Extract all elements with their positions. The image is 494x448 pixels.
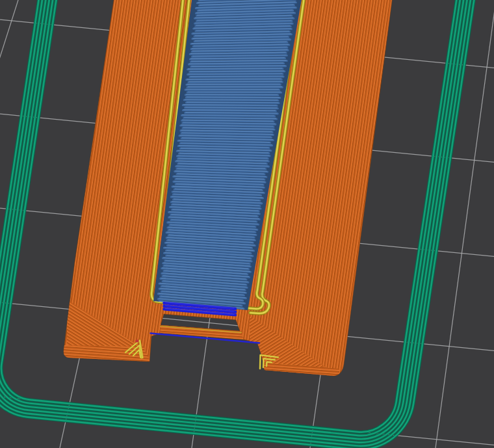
gap-fill-dot bbox=[136, 340, 139, 343]
gcode-preview-canvas[interactable] bbox=[0, 0, 494, 448]
slicer-3d-viewport[interactable] bbox=[0, 0, 494, 448]
